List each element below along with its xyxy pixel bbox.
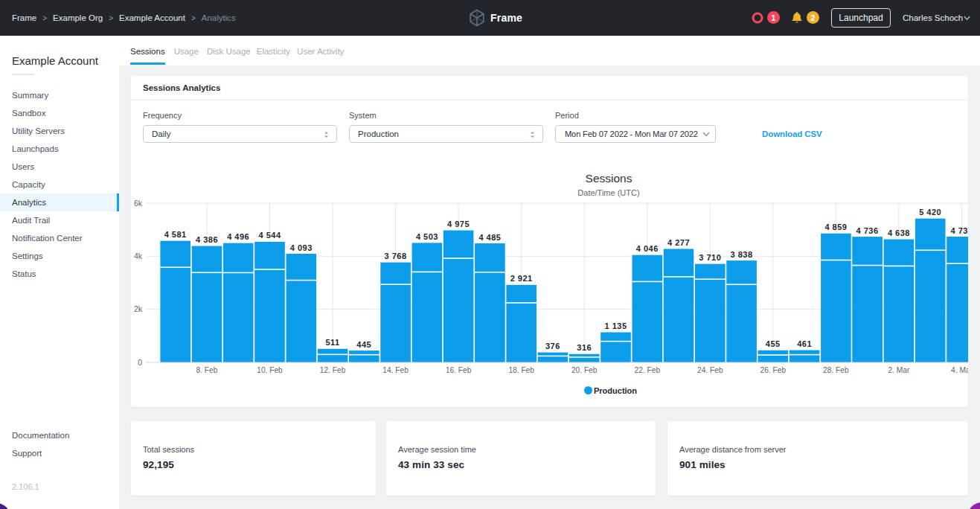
svg-text:26. Feb: 26. Feb (760, 366, 787, 374)
svg-text:4 503: 4 503 (416, 232, 438, 241)
svg-text:316: 316 (577, 343, 592, 352)
svg-text:4 496: 4 496 (227, 232, 249, 241)
svg-text:461: 461 (797, 339, 812, 348)
svg-text:2k: 2k (134, 304, 143, 313)
svg-text:3 710: 3 710 (699, 253, 721, 262)
svg-text:4 046: 4 046 (636, 244, 659, 253)
svg-text:8. Feb: 8. Feb (196, 366, 218, 374)
svg-text:4 975: 4 975 (447, 220, 470, 228)
svg-text:4 485: 4 485 (478, 233, 501, 242)
svg-text:2 921: 2 921 (510, 274, 533, 283)
svg-text:2. Mar: 2. Mar (888, 366, 909, 374)
svg-text:24. Feb: 24. Feb (697, 366, 723, 374)
svg-text:18. Feb: 18. Feb (508, 366, 534, 374)
svg-text:4 386: 4 386 (196, 235, 218, 244)
svg-text:376: 376 (545, 342, 560, 350)
svg-text:4 277: 4 277 (667, 238, 690, 247)
svg-text:4 544: 4 544 (258, 231, 281, 240)
svg-text:4 093: 4 093 (290, 243, 313, 252)
svg-text:4. Mar: 4. Mar (951, 366, 968, 374)
svg-text:1 135: 1 135 (604, 321, 627, 330)
svg-text:22. Feb: 22. Feb (635, 366, 661, 374)
svg-text:511: 511 (325, 338, 339, 347)
svg-text:10. Feb: 10. Feb (257, 366, 283, 374)
svg-text:28. Feb: 28. Feb (823, 366, 849, 374)
svg-text:455: 455 (766, 339, 781, 348)
svg-text:5 420: 5 420 (919, 208, 941, 217)
svg-text:445: 445 (356, 340, 371, 349)
svg-text:14. Feb: 14. Feb (382, 366, 409, 374)
svg-text:20. Feb: 20. Feb (571, 366, 598, 374)
svg-text:4 581: 4 581 (164, 230, 187, 239)
svg-text:3 838: 3 838 (731, 250, 753, 259)
svg-text:Date/Time (UTC): Date/Time (UTC) (577, 188, 639, 197)
svg-text:4k: 4k (134, 252, 143, 260)
svg-text:4 736: 4 736 (856, 226, 879, 235)
svg-text:0: 0 (138, 358, 142, 367)
svg-text:Sessions: Sessions (586, 172, 632, 185)
svg-text:4 638: 4 638 (888, 228, 910, 237)
svg-text:6k: 6k (134, 199, 143, 208)
svg-text:16. Feb: 16. Feb (446, 366, 472, 374)
svg-text:3 768: 3 768 (385, 252, 407, 260)
svg-text:4 859: 4 859 (824, 223, 847, 231)
svg-text:4 738: 4 738 (950, 226, 968, 235)
svg-text:Production: Production (594, 386, 637, 395)
svg-text:12. Feb: 12. Feb (320, 366, 346, 374)
